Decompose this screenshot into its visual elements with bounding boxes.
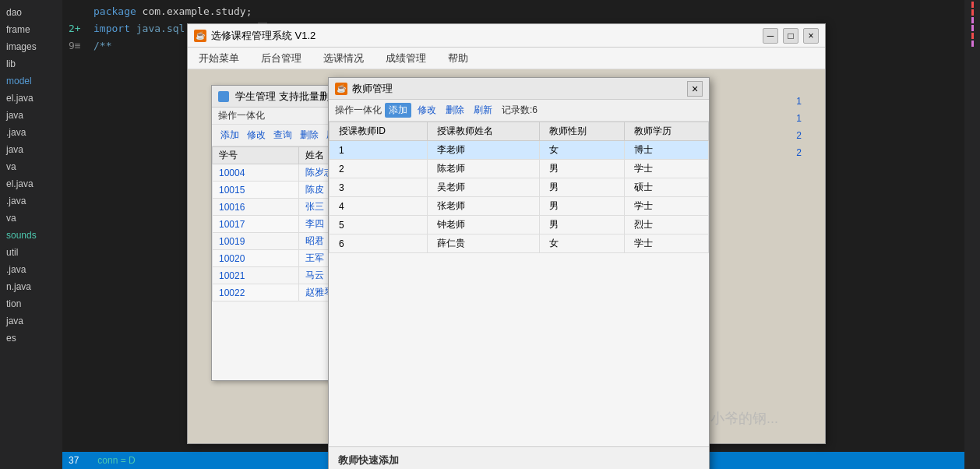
file-tree-item[interactable]: va (3, 158, 59, 175)
file-tree-item[interactable]: java (3, 107, 59, 124)
student-col-id: 学号 (213, 147, 299, 164)
teacher-gender-cell: 男 (540, 197, 624, 216)
file-tree-item[interactable]: el.java (3, 90, 59, 107)
student-id-cell: 10004 (213, 164, 299, 182)
teacher-name-cell: 李老师 (428, 141, 540, 160)
warning-marker (971, 41, 974, 47)
student-id-cell: 10016 (213, 199, 299, 216)
teacher-col-edu: 教师学历 (624, 122, 708, 141)
teacher-id-cell: 2 (330, 160, 428, 178)
student-search-btn[interactable]: 查询 (271, 128, 294, 143)
menu-admin[interactable]: 后台管理 (256, 50, 306, 67)
teacher-dialog-titlebar: ☕ 教师管理 × (329, 78, 709, 100)
file-tree-item[interactable]: util (3, 244, 59, 261)
file-tree-item[interactable]: .java (3, 261, 59, 278)
teacher-table-row[interactable]: 3 吴老师 男 硕士 (330, 178, 709, 197)
teacher-table-row[interactable]: 5 钟老师 男 烈士 (330, 216, 709, 235)
main-window-title: ☕ 选修课程管理系统 V1.2 (194, 29, 316, 43)
file-tree-item[interactable]: java (3, 312, 59, 330)
student-id-cell: 10022 (213, 284, 299, 302)
student-id-cell: 10019 (213, 233, 299, 250)
minimize-button[interactable]: ─ (763, 28, 778, 44)
error-marker (971, 9, 974, 16)
file-tree-item[interactable]: frame (3, 21, 59, 38)
teacher-table: 授课教师ID 授课教师姓名 教师性别 教师学历 1 李老师 女 博士 2 陈老师… (329, 122, 709, 253)
teacher-add-btn[interactable]: 添加 (385, 103, 411, 118)
student-edit-btn[interactable]: 修改 (245, 128, 268, 143)
warning-marker (971, 17, 974, 23)
file-tree-item[interactable]: java (3, 141, 59, 158)
teacher-edu-cell: 学士 (624, 235, 708, 253)
teacher-name-cell: 薛仁贵 (428, 235, 540, 253)
teacher-dialog-title: ☕ 教师管理 (335, 82, 393, 96)
main-app-window: ☕ 选修课程管理系统 V1.2 ─ □ × 开始菜单 后台管理 选课情况 成绩管… (187, 23, 826, 444)
teacher-col-name: 授课教师姓名 (428, 122, 540, 141)
teacher-delete-btn[interactable]: 删除 (442, 103, 467, 118)
editor-scrollbar[interactable] (964, 0, 980, 469)
close-button[interactable]: × (803, 28, 819, 44)
quick-add-section: 教师快速添加 教师名称： 教师学... 学士 硕士 博士 烈士 教师性别： (329, 446, 709, 469)
app-icon: ☕ (194, 30, 206, 42)
student-add-btn[interactable]: 添加 (218, 128, 241, 143)
file-tree-item-sounds[interactable]: sounds (3, 227, 59, 244)
teacher-gender-cell: 女 (540, 141, 624, 160)
menu-grade[interactable]: 成绩管理 (381, 50, 431, 67)
teacher-edu-cell: 博士 (624, 141, 708, 160)
teacher-gender-cell: 女 (540, 235, 624, 253)
file-tree-item[interactable]: images (3, 38, 59, 55)
teacher-dialog-toolbar: 操作一体化 添加 修改 删除 刷新 记录数:6 (329, 100, 709, 122)
teacher-col-id: 授课教师ID (330, 122, 428, 141)
student-delete-btn[interactable]: 删除 (298, 128, 321, 143)
teacher-table-row[interactable]: 1 李老师 女 博士 (330, 141, 709, 160)
menu-bar: 开始菜单 后台管理 选课情况 成绩管理 帮助 (188, 48, 825, 69)
file-tree-item[interactable]: .java (3, 192, 59, 210)
teacher-id-cell: 4 (330, 197, 428, 216)
menu-start[interactable]: 开始菜单 (194, 50, 244, 67)
teacher-id-cell: 1 (330, 141, 428, 160)
connection-status: conn = D (97, 455, 135, 466)
main-content-area: 1122 学生管理 支持批量删除 操作一体化 添加 修改 查询 删除 刷新 记 (188, 69, 825, 443)
teacher-edit-btn[interactable]: 修改 (414, 103, 439, 118)
teacher-id-cell: 5 (330, 216, 428, 235)
teacher-dialog-title-text: 教师管理 (352, 82, 393, 96)
error-marker (971, 33, 974, 39)
file-tree-item[interactable]: lib (3, 55, 59, 72)
warning-marker (971, 25, 974, 31)
quick-add-title: 教师快速添加 (338, 453, 700, 467)
teacher-refresh-btn[interactable]: 刷新 (471, 103, 495, 118)
maximize-button[interactable]: □ (783, 28, 798, 44)
teacher-dialog-close-btn[interactable]: × (687, 81, 703, 97)
teacher-edu-cell: 烈士 (624, 216, 708, 235)
student-window-title-text: 学生管理 支持批量删除 (235, 90, 340, 104)
teacher-table-row[interactable]: 2 陈老师 男 学士 (330, 160, 709, 178)
teacher-toolbar-label: 操作一体化 (335, 104, 382, 117)
teacher-table-row[interactable]: 4 张老师 男 学士 (330, 197, 709, 216)
teacher-gender-cell: 男 (540, 216, 624, 235)
teacher-name-cell: 吴老师 (428, 178, 540, 197)
file-tree-item[interactable]: es (3, 330, 59, 347)
student-id-cell: 10017 (213, 216, 299, 233)
menu-course[interactable]: 选课情况 (319, 50, 368, 67)
teacher-col-gender: 教师性别 (540, 122, 624, 141)
file-tree-item[interactable]: va (3, 210, 59, 227)
file-tree-item[interactable]: model (3, 72, 59, 90)
teacher-table-row[interactable]: 6 薛仁贵 女 学士 (330, 235, 709, 253)
file-tree-item[interactable]: .java (3, 124, 59, 141)
teacher-edu-cell: 学士 (624, 197, 708, 216)
teacher-edu-cell: 硕士 (624, 178, 708, 197)
teacher-table-wrapper: 授课教师ID 授课教师姓名 教师性别 教师学历 1 李老师 女 博士 2 陈老师… (329, 122, 709, 324)
teacher-management-dialog: ☕ 教师管理 × 操作一体化 添加 修改 删除 刷新 记录数:6 授课教师ID (328, 77, 710, 469)
student-window-icon (218, 91, 229, 102)
number-list: 1122 (796, 93, 802, 161)
file-tree-item[interactable]: el.java (3, 175, 59, 192)
file-tree-item[interactable]: tion (3, 295, 59, 312)
error-marker (971, 2, 974, 8)
teacher-name-cell: 陈老师 (428, 160, 540, 178)
main-window-title-text: 选修课程管理系统 V1.2 (211, 29, 316, 43)
file-tree: dao frame images lib model el.java java … (0, 0, 62, 469)
menu-help[interactable]: 帮助 (443, 50, 473, 67)
file-tree-item[interactable]: n.java (3, 278, 59, 295)
window-controls: ─ □ × (763, 28, 819, 44)
file-tree-item[interactable]: dao (3, 4, 59, 21)
student-id-cell: 10020 (213, 250, 299, 267)
